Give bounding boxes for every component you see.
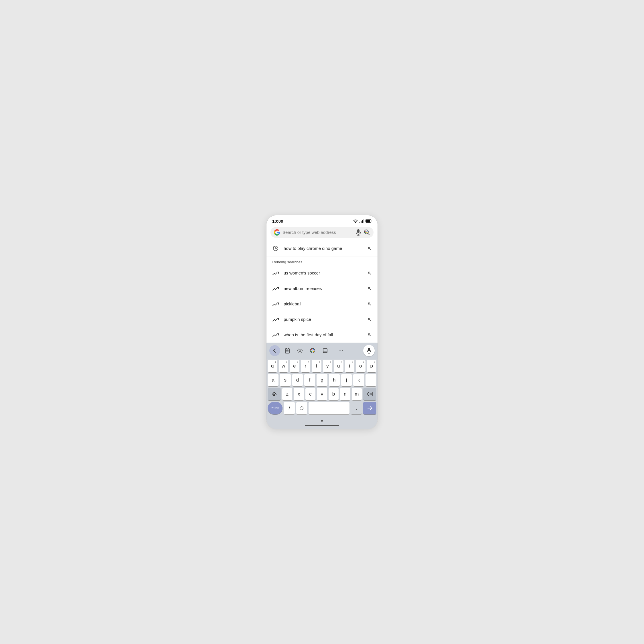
key-k[interactable]: k <box>353 374 364 386</box>
svg-rect-30 <box>368 348 370 351</box>
kb-more-button[interactable]: ··· <box>335 345 346 356</box>
kb-theme-button[interactable] <box>307 345 318 356</box>
key-m[interactable]: m <box>352 388 362 400</box>
trending-text-1: new album releases <box>284 286 367 291</box>
key-row-3: z x c v b n m <box>268 388 376 400</box>
trending-text-0: us women's soccer <box>284 270 367 275</box>
arrow-up-left-icon-3 <box>367 317 372 322</box>
history-icon <box>272 244 280 252</box>
key-w[interactable]: w2 <box>279 360 289 372</box>
svg-rect-33 <box>273 394 275 396</box>
battery-icon <box>366 219 372 223</box>
key-d[interactable]: d <box>292 374 303 386</box>
mic-icon[interactable] <box>355 229 361 236</box>
key-slash[interactable]: / <box>284 402 295 414</box>
key-q[interactable]: q1 <box>268 360 277 372</box>
kb-mic-button[interactable] <box>363 345 375 356</box>
key-u[interactable]: u7 <box>334 360 343 372</box>
svg-rect-4 <box>363 219 364 223</box>
search-bar-wrap: Search or type web address <box>266 225 378 241</box>
key-r[interactable]: r4 <box>301 360 311 372</box>
suggestions-list: how to play chrome dino game Trending se… <box>266 241 378 343</box>
key-o[interactable]: o9 <box>356 360 366 372</box>
svg-point-15 <box>366 232 368 233</box>
key-x[interactable]: x <box>294 388 304 400</box>
key-backspace[interactable] <box>363 388 376 400</box>
key-h[interactable]: h <box>329 374 340 386</box>
svg-rect-7 <box>357 229 359 233</box>
key-a[interactable]: a <box>268 374 278 386</box>
phone-frame: 10:00 <box>266 215 378 429</box>
key-y[interactable]: y6 <box>323 360 333 372</box>
trending-up-icon-4 <box>272 331 280 339</box>
key-space[interactable] <box>309 402 349 414</box>
trending-item-4[interactable]: when is the first day of fall <box>266 327 378 343</box>
svg-point-24 <box>311 349 312 350</box>
key-t[interactable]: t5 <box>312 360 321 372</box>
arrow-up-left-icon-0 <box>367 270 372 276</box>
svg-point-0 <box>355 222 356 223</box>
key-z[interactable]: z <box>282 388 292 400</box>
key-rows: q1 w2 e3 r4 t5 y6 u7 i8 o9 p0 a s d f g … <box>266 359 378 416</box>
trending-item-3[interactable]: pumpkin spice <box>266 312 378 327</box>
search-bar[interactable]: Search or type web address <box>270 227 374 238</box>
key-b[interactable]: b <box>329 388 339 400</box>
key-row-4: ?123 / ☺ . <box>268 402 376 416</box>
key-l[interactable]: l <box>366 374 376 386</box>
search-input[interactable]: Search or type web address <box>283 230 353 235</box>
trending-up-icon-2 <box>272 300 280 308</box>
svg-point-22 <box>299 350 301 351</box>
svg-point-26 <box>311 351 312 352</box>
svg-point-25 <box>313 349 314 350</box>
arrow-up-left-icon-1 <box>367 286 372 291</box>
chevron-down-icon: ▼ <box>320 419 324 423</box>
trending-up-icon-3 <box>272 315 280 323</box>
key-enter[interactable] <box>363 402 376 414</box>
trending-up-icon-0 <box>272 269 280 277</box>
key-dot[interactable]: . <box>351 402 362 414</box>
svg-rect-18 <box>287 348 288 349</box>
key-shift[interactable] <box>268 388 281 400</box>
history-item[interactable]: how to play chrome dino game <box>266 241 378 256</box>
svg-point-14 <box>365 232 366 233</box>
google-logo <box>274 229 280 236</box>
arrow-up-left-icon <box>367 246 372 251</box>
trending-header: Trending searches <box>266 256 378 265</box>
key-s[interactable]: s <box>280 374 291 386</box>
key-row-2: a s d f g h j k l <box>268 374 376 386</box>
key-emoji[interactable]: ☺ <box>296 402 307 414</box>
keyboard-toolbar: ··· <box>266 343 378 359</box>
trending-item-1[interactable]: new album releases <box>266 281 378 296</box>
kb-settings-button[interactable] <box>295 345 305 356</box>
key-row-1: q1 w2 e3 r4 t5 y6 u7 i8 o9 p0 <box>268 360 376 372</box>
history-text: how to play chrome dino game <box>284 246 367 251</box>
trending-up-icon-1 <box>272 285 280 293</box>
key-j[interactable]: j <box>341 374 352 386</box>
trending-text-3: pumpkin spice <box>284 317 367 322</box>
trending-text-4: when is the first day of fall <box>284 332 367 337</box>
svg-rect-28 <box>323 349 327 353</box>
svg-rect-6 <box>366 220 370 222</box>
svg-line-11 <box>368 233 370 235</box>
trending-item-2[interactable]: pickleball <box>266 296 378 312</box>
home-indicator <box>305 425 339 426</box>
status-time: 10:00 <box>272 219 283 224</box>
key-e[interactable]: e3 <box>290 360 299 372</box>
kb-resize-button[interactable] <box>320 345 331 356</box>
key-num123[interactable]: ?123 <box>268 402 283 414</box>
key-p[interactable]: p0 <box>367 360 377 372</box>
key-n[interactable]: n <box>340 388 350 400</box>
svg-point-12 <box>365 231 366 232</box>
signal-icon <box>359 219 364 223</box>
key-f[interactable]: f <box>304 374 315 386</box>
svg-point-27 <box>313 351 314 352</box>
key-g[interactable]: g <box>317 374 327 386</box>
kb-clipboard-button[interactable] <box>282 345 293 356</box>
svg-rect-1 <box>359 222 360 223</box>
key-v[interactable]: v <box>317 388 327 400</box>
key-c[interactable]: c <box>305 388 315 400</box>
key-i[interactable]: i8 <box>345 360 355 372</box>
trending-item-0[interactable]: us women's soccer <box>266 265 378 281</box>
kb-back-button[interactable] <box>269 345 280 356</box>
lens-icon[interactable] <box>364 229 370 236</box>
